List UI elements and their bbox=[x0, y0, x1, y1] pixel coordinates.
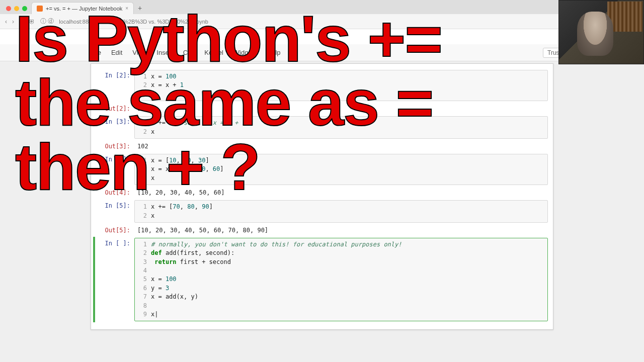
line-number: 3 bbox=[138, 174, 147, 183]
output-cell: Out[3]:102 bbox=[91, 140, 553, 153]
close-tab-icon[interactable]: × bbox=[125, 6, 128, 11]
lock-icon: ⓘ ⓓ bbox=[40, 17, 54, 26]
code-cell[interactable]: In [ ]:1# normally, you don't want to do… bbox=[91, 237, 553, 323]
code-input[interactable]: 1# normally, you don't want to do this! … bbox=[134, 238, 548, 322]
output-text: 101 bbox=[134, 103, 548, 114]
cell-prompt: In [3]: bbox=[91, 116, 134, 139]
menu-kernel[interactable]: Kernel bbox=[199, 46, 228, 59]
line-number: 8 bbox=[138, 302, 147, 310]
cell-prompt: Out[5]: bbox=[91, 225, 134, 236]
line-number: 6 bbox=[138, 284, 147, 293]
line-number: 7 bbox=[138, 293, 147, 301]
cell-prompt: In [2]: bbox=[91, 70, 134, 101]
line-number: 1 bbox=[138, 156, 147, 165]
line-number: 4 bbox=[138, 266, 147, 275]
line-number: 1 bbox=[138, 72, 147, 81]
code-cell[interactable]: In [4]:1x = [10, 20, 30]2x = x + [40, 50… bbox=[91, 153, 553, 186]
window-controls bbox=[4, 6, 31, 14]
bookshelf-icon bbox=[607, 2, 642, 32]
shield-icon: ⛨ bbox=[29, 18, 35, 25]
line-number: 2 bbox=[138, 212, 147, 220]
line-number: 2 bbox=[138, 249, 147, 257]
menu-cell[interactable]: Cell bbox=[178, 46, 199, 59]
output-cell: Out[2]:101 bbox=[91, 102, 553, 115]
cell-prompt: Out[4]: bbox=[91, 187, 134, 198]
code-input[interactable]: 1x += 1 # same as x = x + 12x bbox=[134, 116, 548, 139]
code-input[interactable]: 1x = 1002x = x + 13x bbox=[134, 70, 548, 101]
cell-prompt: In [ ]: bbox=[91, 238, 134, 322]
menu-view[interactable]: View bbox=[127, 46, 151, 59]
notebook-container: In [2]:1x = 1002x = x + 13xOut[2]:101In … bbox=[91, 63, 553, 330]
minimize-window-icon[interactable] bbox=[14, 6, 19, 11]
new-tab-button[interactable]: + bbox=[134, 2, 146, 14]
menu-help[interactable]: Help bbox=[262, 46, 286, 59]
tab-title: += vs. = + — Jupyter Notebook bbox=[46, 6, 122, 12]
close-window-icon[interactable] bbox=[6, 6, 11, 11]
cell-prompt: Out[3]: bbox=[91, 141, 134, 152]
forward-icon[interactable]: › bbox=[12, 18, 14, 25]
menu-edit[interactable]: Edit bbox=[106, 46, 127, 59]
menu-widgets[interactable]: Widgets bbox=[228, 46, 262, 59]
line-number: 2 bbox=[138, 165, 147, 173]
webcam-overlay bbox=[558, 0, 644, 64]
maximize-window-icon[interactable] bbox=[22, 6, 27, 11]
cell-prompt: In [5]: bbox=[91, 200, 134, 223]
tab-bar: += vs. = + — Jupyter Notebook × + bbox=[0, 0, 644, 14]
output-text: 102 bbox=[134, 141, 548, 152]
jupyter-header bbox=[0, 29, 644, 44]
line-number: 1 bbox=[138, 240, 147, 249]
output-cell: Out[4]:[10, 20, 30, 40, 50, 60] bbox=[91, 186, 553, 199]
cell-prompt: In [4]: bbox=[91, 154, 134, 185]
code-input[interactable]: 1x += [70, 80, 90]2x bbox=[134, 200, 548, 223]
code-cell[interactable]: In [3]:1x += 1 # same as x = x + 12x bbox=[91, 115, 553, 140]
reload-icon[interactable]: ⟳ bbox=[19, 18, 24, 25]
output-text: [10, 20, 30, 40, 50, 60] bbox=[134, 187, 548, 198]
url-text[interactable]: localhost:8888/notebooks/%2B%3D vs. %3D%… bbox=[59, 19, 639, 25]
line-number: 3 bbox=[138, 90, 147, 99]
jupyter-favicon-icon bbox=[37, 6, 43, 12]
browser-tab[interactable]: += vs. = + — Jupyter Notebook × bbox=[31, 2, 134, 14]
notebook-scroll-area[interactable]: In [2]:1x = 1002x = x + 13xOut[2]:101In … bbox=[0, 61, 644, 362]
line-number: 1 bbox=[138, 119, 147, 127]
line-number: 2 bbox=[138, 81, 147, 89]
line-number: 1 bbox=[138, 203, 147, 211]
line-number: 2 bbox=[138, 128, 147, 136]
output-text: [10, 20, 30, 40, 50, 60, 70, 80, 90] bbox=[134, 225, 548, 236]
jupyter-menubar: FileEditViewInsertCellKernelWidgetsHelp … bbox=[0, 44, 644, 61]
menu-insert[interactable]: Insert bbox=[151, 46, 178, 59]
code-cell[interactable]: In [2]:1x = 1002x = x + 13x bbox=[91, 69, 553, 102]
code-cell[interactable]: In [5]:1x += [70, 80, 90]2x bbox=[91, 199, 553, 224]
back-icon[interactable]: ‹ bbox=[5, 18, 7, 25]
line-number: 9 bbox=[138, 310, 147, 319]
line-number: 5 bbox=[138, 275, 147, 284]
url-bar: ‹ › ⟳ ⛨ ⓘ ⓓ localhost:8888/notebooks/%2B… bbox=[0, 14, 644, 29]
code-input[interactable]: 1x = [10, 20, 30]2x = x + [40, 50, 60]3x bbox=[134, 154, 548, 185]
line-number: 3 bbox=[138, 258, 147, 266]
output-cell: Out[5]:[10, 20, 30, 40, 50, 60, 70, 80, … bbox=[91, 224, 553, 237]
browser-window: += vs. = + — Jupyter Notebook × + ‹ › ⟳ … bbox=[0, 0, 644, 362]
menu-file[interactable]: File bbox=[86, 46, 106, 59]
cell-prompt: Out[2]: bbox=[91, 103, 134, 114]
